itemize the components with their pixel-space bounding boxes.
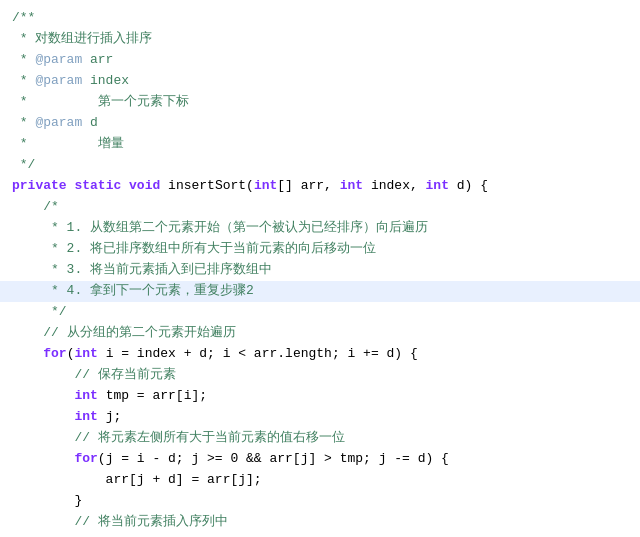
code-token [121,176,129,197]
code-token [12,449,74,470]
code-line: arr[j + d] = tmp; [0,533,640,537]
code-line: for(j = i - d; j >= 0 && arr[j] > tmp; j… [0,449,640,470]
code-token: static [74,176,121,197]
code-token: /* [12,197,59,218]
code-line: * @param index [0,71,640,92]
code-token [12,386,74,407]
code-line: * 3. 将当前元素插入到已排序数组中 [0,260,640,281]
code-token: int [74,386,97,407]
code-token: * 4. 拿到下一个元素，重复步骤2 [12,281,254,302]
code-token: private [12,176,67,197]
code-line: * @param d [0,113,640,134]
code-token: * [12,29,35,50]
code-token: * 2. 将已排序数组中所有大于当前元素的向后移动一位 [12,239,376,260]
code-token: for [74,449,97,470]
code-token: (j = i - d; j >= 0 && arr[j] > tmp; j -=… [98,449,449,470]
code-token: i = index + d; i < arr.length; i += d) { [98,344,418,365]
code-line: } [0,491,640,512]
code-line: // 保存当前元素 [0,365,640,386]
code-line: int j; [0,407,640,428]
code-token: * 3. 将当前元素插入到已排序数组中 [12,260,272,281]
code-token: @param [35,50,82,71]
code-token: @param [35,71,82,92]
code-token: d [82,113,98,134]
code-token: ( [67,344,75,365]
code-token: int [74,407,97,428]
code-token: int [340,176,363,197]
code-line: * @param arr [0,50,640,71]
code-token: arr[j + d] = tmp; [12,533,207,537]
code-line: // 将当前元素插入序列中 [0,512,640,533]
code-line: for(int i = index + d; i < arr.length; i… [0,344,640,365]
code-line: * 第一个元素下标 [0,92,640,113]
code-token: } [12,491,82,512]
code-line: * 2. 将已排序数组中所有大于当前元素的向后移动一位 [0,239,640,260]
code-line: * 对数组进行插入排序 [0,29,640,50]
code-token: // 从分组的第二个元素开始遍历 [12,323,236,344]
code-token: 对数组进行插入排序 [35,29,152,50]
code-token: * 第一个元素下标 [12,92,189,113]
code-token: index [82,71,129,92]
code-line: */ [0,155,640,176]
code-token [12,344,43,365]
code-line: private static void insertSort(int[] arr… [0,176,640,197]
code-token: [] arr, [277,176,339,197]
code-token: @param [35,113,82,134]
code-token: ( [246,176,254,197]
code-line: // 从分组的第二个元素开始遍历 [0,323,640,344]
code-token: // 将元素左侧所有大于当前元素的值右移一位 [12,428,345,449]
code-token [160,176,168,197]
code-line: // 将元素左侧所有大于当前元素的值右移一位 [0,428,640,449]
code-line: int tmp = arr[i]; [0,386,640,407]
code-line: */ [0,302,640,323]
code-line: * 增量 [0,134,640,155]
code-token: * 增量 [12,134,124,155]
code-token: */ [12,302,67,323]
code-line: arr[j + d] = arr[j]; [0,470,640,491]
code-line: /** [0,8,640,29]
code-token: int [74,344,97,365]
code-token: // 将当前元素插入序列中 [12,512,228,533]
code-token: tmp = arr[i]; [98,386,207,407]
code-token: */ [12,155,35,176]
code-token: * 1. 从数组第二个元素开始（第一个被认为已经排序）向后遍历 [12,218,428,239]
code-token: j; [98,407,121,428]
code-line: * 1. 从数组第二个元素开始（第一个被认为已经排序）向后遍历 [0,218,640,239]
code-token: /** [12,8,35,29]
code-line: /* [0,197,640,218]
code-token: insertSort [168,176,246,197]
code-token: arr [82,50,113,71]
code-token: // 保存当前元素 [12,365,176,386]
code-line: * 4. 拿到下一个元素，重复步骤2 [0,281,640,302]
code-token [67,176,75,197]
code-token: int [254,176,277,197]
code-token: d) { [449,176,488,197]
code-token: * [12,113,35,134]
code-editor: /** * 对数组进行插入排序 * @param arr * @param in… [0,0,640,537]
code-token: arr[j + d] = arr[j]; [12,470,262,491]
code-token: * [12,71,35,92]
code-token: void [129,176,160,197]
code-token: * [12,50,35,71]
code-token [12,407,74,428]
code-token: int [426,176,449,197]
code-token: for [43,344,66,365]
code-token: index, [363,176,425,197]
